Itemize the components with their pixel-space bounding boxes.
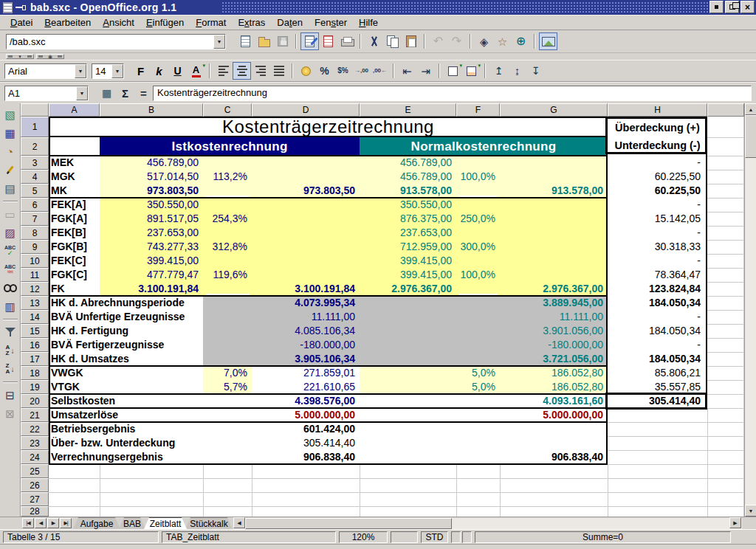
group-icon[interactable]: ⊟: [1, 386, 19, 404]
menu-extras[interactable]: Extras: [232, 15, 271, 30]
align-right-icon[interactable]: [251, 62, 269, 80]
url-input[interactable]: /bab.sxc: [7, 36, 213, 47]
cell-D14[interactable]: 11.111,00: [252, 310, 360, 324]
row-header-20[interactable]: 20: [21, 394, 49, 408]
tab-nav-first-icon[interactable]: |◀: [22, 518, 34, 528]
cell-D24[interactable]: 906.838,40: [252, 450, 360, 464]
row-header-19[interactable]: 19: [21, 380, 49, 394]
cell-A19[interactable]: VTGK: [49, 380, 80, 394]
url-dropdown-icon[interactable]: ▼: [213, 35, 225, 49]
row-header-3[interactable]: 3: [21, 156, 49, 170]
align-center-icon[interactable]: [233, 62, 251, 80]
cell-A9[interactable]: FGK[B]: [49, 240, 87, 254]
cell-F19[interactable]: 5,0%: [456, 380, 500, 394]
cell-B5[interactable]: 973.803,50: [100, 184, 203, 198]
decrease-indent-icon[interactable]: ⇤: [398, 62, 416, 80]
copy-icon[interactable]: [383, 32, 402, 50]
cell-H11[interactable]: 78.364,47: [608, 268, 707, 282]
cell-G5[interactable]: 913.578,00: [500, 184, 608, 198]
cell-F7[interactable]: 250,0%: [456, 212, 500, 226]
cell-A16[interactable]: BVÄ Fertigerzeugnisse: [49, 338, 164, 352]
status-insert-mode[interactable]: STD: [421, 531, 448, 543]
row-header-25[interactable]: 25: [21, 464, 49, 478]
cell-A23[interactable]: Über- bzw. Unterdeckung: [49, 436, 175, 450]
sheet-tab-bab[interactable]: BAB: [119, 517, 145, 529]
menu-einfügen[interactable]: Einfügen: [140, 15, 190, 30]
row-header-9[interactable]: 9: [21, 240, 49, 254]
save-icon[interactable]: [273, 32, 292, 50]
vertical-scrollbar[interactable]: ▲ ▼: [744, 103, 756, 517]
autoformat-icon[interactable]: ▨: [1, 224, 19, 241]
spellcheck-icon[interactable]: ABC✓: [1, 242, 19, 260]
cell-H15[interactable]: 184.050,34: [608, 324, 707, 338]
window-pin-icon[interactable]: [16, 5, 26, 10]
col-header-G[interactable]: G: [500, 103, 608, 117]
edit-file-icon[interactable]: [300, 32, 319, 50]
insert-icon[interactable]: ▧: [1, 106, 19, 123]
cell-A7[interactable]: FGK[A]: [49, 212, 87, 226]
cell-G13[interactable]: 3.889.945,00: [500, 296, 608, 310]
cell-A15[interactable]: HK d. Fertigung: [49, 324, 128, 338]
menu-bearbeiten[interactable]: Bearbeiten: [38, 15, 97, 30]
row-header-1[interactable]: 1: [21, 117, 49, 137]
cell-E11[interactable]: 399.415,00: [360, 268, 456, 282]
background-color-icon[interactable]: ▾: [462, 62, 481, 80]
cell-C19[interactable]: 5,7%: [203, 380, 252, 394]
insert-object-icon[interactable]: ◔: [1, 142, 19, 160]
cell-G15[interactable]: 3.901.056,00: [500, 324, 608, 338]
open-icon[interactable]: [255, 32, 273, 50]
cell-C7[interactable]: 254,3%: [203, 212, 252, 226]
cell-H14[interactable]: -: [608, 310, 707, 324]
align-left-icon[interactable]: [214, 62, 233, 80]
toolbar-stub[interactable]: ◉: [36, 54, 64, 59]
row-header-15[interactable]: 15: [21, 324, 49, 338]
vertical-scroll-thumb[interactable]: [745, 115, 756, 158]
row-header-8[interactable]: 8: [21, 226, 49, 240]
sort-ascending-icon[interactable]: AZ↓: [1, 342, 19, 359]
row-header-16[interactable]: 16: [21, 338, 49, 352]
row-header-12[interactable]: 12: [21, 282, 49, 296]
cell-C11[interactable]: 119,6%: [203, 268, 252, 282]
cell-G24[interactable]: 906.838,40: [500, 450, 608, 464]
status-empty-field-1[interactable]: [391, 531, 418, 543]
cell-B3[interactable]: 456.789,00: [100, 156, 203, 170]
cell-D21[interactable]: 5.000.000,00: [252, 408, 360, 422]
scroll-down-icon[interactable]: ▼: [745, 505, 756, 517]
align-center-vertical-icon[interactable]: ↨: [508, 62, 526, 80]
sheet-tab-zeitblatt[interactable]: Zeitblatt: [144, 517, 187, 529]
find-replace-icon[interactable]: [1, 279, 19, 297]
cell-D23[interactable]: 305.414,40: [252, 436, 360, 450]
align-top-icon[interactable]: ↥: [489, 62, 508, 80]
print-icon[interactable]: [337, 32, 356, 50]
hyperlink-bar-stub[interactable]: ▾: [6, 54, 34, 59]
col-header-F[interactable]: F: [456, 103, 500, 117]
percent-icon[interactable]: %: [315, 62, 334, 80]
cell-A8[interactable]: FEK[B]: [49, 226, 86, 240]
font-name-dropdown-icon[interactable]: ▼: [75, 64, 86, 78]
tab-nav-next-icon[interactable]: ▶: [47, 518, 59, 528]
cell-D12[interactable]: 3.100.191,84: [252, 282, 360, 296]
cell-B7[interactable]: 891.517,05: [100, 212, 203, 226]
ungroup-icon[interactable]: ⊠: [1, 404, 19, 422]
cell-B10[interactable]: 399.415,00: [100, 254, 203, 268]
cell-G17[interactable]: 3.721.056,00: [500, 352, 608, 366]
gallery-icon[interactable]: [539, 32, 557, 50]
row-header-17[interactable]: 17: [21, 352, 49, 366]
cell-reference-box[interactable]: A1 ▼: [4, 86, 89, 101]
underline-icon[interactable]: U: [168, 62, 187, 80]
status-zoom-level[interactable]: 120%: [339, 531, 388, 543]
cell-H17[interactable]: 184.050,34: [608, 352, 707, 366]
select-all-corner[interactable]: [21, 103, 49, 117]
cell-E7[interactable]: 876.375,00: [360, 212, 456, 226]
tab-nav-last-icon[interactable]: ▶|: [60, 518, 72, 528]
menu-datei[interactable]: Datei: [4, 15, 38, 30]
cell-D16[interactable]: -180.000,00: [252, 338, 360, 352]
cell-D19[interactable]: 221.610,65: [252, 380, 360, 394]
row-header-21[interactable]: 21: [21, 408, 49, 422]
cell-H4[interactable]: 60.225,50: [608, 170, 707, 184]
col-header-D[interactable]: D: [252, 103, 360, 117]
cell-D20[interactable]: 4.398.576,00: [252, 394, 360, 408]
cell-A6[interactable]: FEK[A]: [49, 198, 86, 212]
row-header-26[interactable]: 26: [21, 478, 49, 492]
equals-icon[interactable]: =: [134, 84, 153, 102]
